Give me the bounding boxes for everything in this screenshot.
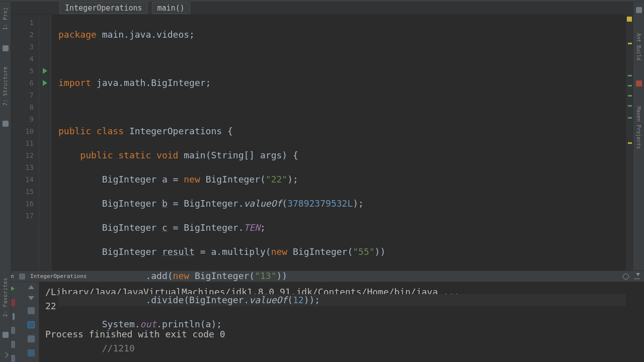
gutter-icons[interactable] [39,15,51,270]
maven-icon [636,80,642,86]
tool-structure[interactable]: 7: Structure [3,66,8,106]
favorites-icon [3,332,9,338]
line-number-gutter[interactable]: 1 2 3 4 5 6 7 8 9 10 11 12 13 14 15 16 1 [11,15,39,270]
run-toolbar-secondary [23,282,39,362]
ok-marker[interactable] [628,95,632,97]
scroll-down-icon[interactable] [28,296,34,300]
tool-project[interactable]: 1: Proj [3,7,8,30]
scroll-to-end-icon[interactable] [28,321,35,328]
ok-marker[interactable] [628,75,632,76]
tool-maven[interactable]: Maven Projects [636,107,641,149]
run-class-icon[interactable] [43,68,47,74]
scroll-up-icon[interactable] [28,285,34,289]
analysis-status-icon [627,17,632,22]
warning-marker[interactable] [628,142,632,144]
ok-marker[interactable] [628,117,632,119]
left-tool-rail: 1: Proj 7: Structure [0,2,11,270]
structure-icon [3,121,9,127]
download-icon[interactable] [634,274,640,279]
code-editor[interactable]: package main.java.videos; import java.ma… [51,15,626,270]
breadcrumb-class[interactable]: IntegerOperations [59,2,148,14]
tool-ant-build[interactable]: Ant Build [636,33,641,60]
ok-marker[interactable] [628,85,632,86]
breadcrumb: IntegerOperations main() [11,2,633,15]
run-main-icon[interactable] [43,80,47,86]
run-config-icon [19,274,25,280]
ant-icon [636,7,642,13]
error-stripe[interactable] [626,15,633,270]
right-tool-rail: Ant Build Maven Projects [633,2,644,270]
soft-wrap-icon[interactable] [28,307,35,314]
gear-icon[interactable] [623,274,629,280]
tool-favorites[interactable]: 2: Favorites [3,278,8,317]
project-icon [3,45,9,51]
breadcrumb-method[interactable]: main() [152,2,190,14]
clear-all-icon[interactable] [28,349,35,356]
ok-marker[interactable] [628,105,632,107]
print-icon[interactable] [28,335,35,342]
chevron-right-icon[interactable] [3,352,8,357]
warning-marker[interactable] [628,43,632,44]
